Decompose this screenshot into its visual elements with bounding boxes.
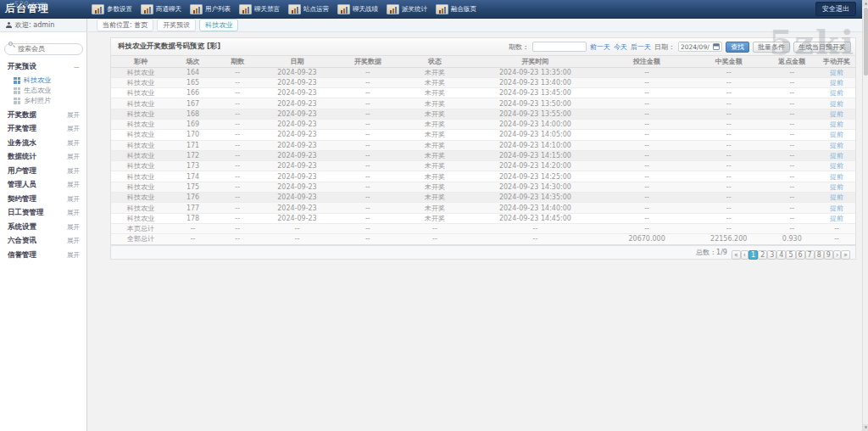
sidebar-section-11[interactable]: 信誉管理展开 bbox=[0, 249, 86, 263]
manual-draw-link[interactable]: 提前 bbox=[830, 173, 843, 181]
top-nav-item-1[interactable]: 参数设置 bbox=[92, 0, 141, 19]
table-cell: 2024-09-23 13:35:00 bbox=[468, 67, 602, 77]
sidebar-item-current[interactable]: 科技农业 bbox=[0, 76, 86, 86]
period-label: 期数： bbox=[509, 42, 529, 52]
manual-draw-link[interactable]: 提前 bbox=[830, 89, 843, 97]
top-nav-item-5[interactable]: 站点运营 bbox=[288, 0, 337, 19]
sidebar-section-6[interactable]: 管理人员展开 bbox=[0, 178, 86, 193]
table-cell: 2024-09-23 14:15:00 bbox=[468, 150, 602, 160]
table-cell: -- bbox=[602, 161, 691, 171]
generate-today-button[interactable]: 生成当日预开奖 bbox=[793, 42, 851, 53]
sidebar-section-7[interactable]: 契约管理展开 bbox=[0, 193, 86, 207]
top-nav-item-7[interactable]: 派奖统计 bbox=[387, 0, 436, 19]
table-cell: 172 bbox=[170, 150, 215, 160]
last-page-button[interactable]: » bbox=[841, 250, 850, 260]
sidebar-section-9[interactable]: 系统设置展开 bbox=[0, 221, 86, 235]
top-nav-item-4[interactable]: 聊天禁言 bbox=[239, 0, 288, 19]
table-cell: -- bbox=[334, 171, 401, 182]
vertical-scrollbar[interactable]: ▲ ▼ bbox=[862, 0, 868, 431]
filter-toolbar: 期数： 前一天 今天 后一天 日期： 2024/09/ 查找 批量条件 生成当日… bbox=[509, 42, 851, 53]
table-cell: 2024-09-23 13:40:00 bbox=[468, 77, 602, 87]
sidebar-section-4[interactable]: 数据统计展开 bbox=[0, 150, 86, 165]
page-button-6[interactable]: 6 bbox=[796, 250, 805, 260]
calendar-icon[interactable] bbox=[713, 43, 720, 50]
table-cell: -- bbox=[602, 130, 691, 140]
manual-draw-link[interactable]: 提前 bbox=[830, 215, 843, 222]
page-button-3[interactable]: 3 bbox=[767, 250, 776, 260]
section-label: 开奖管理 bbox=[8, 124, 36, 134]
search-button[interactable]: 查找 bbox=[726, 42, 749, 53]
table-cell: 科技农业 bbox=[111, 77, 170, 87]
date-input[interactable]: 2024/09/ bbox=[678, 42, 722, 52]
sidebar-section-2[interactable]: 开奖管理展开 bbox=[0, 122, 86, 137]
manual-draw-link[interactable]: 提前 bbox=[830, 131, 843, 138]
table-cell: -- bbox=[334, 150, 401, 160]
manual-draw-link[interactable]: 提前 bbox=[830, 142, 843, 149]
section-label: 日工资管理 bbox=[8, 208, 44, 218]
member-search-input[interactable] bbox=[4, 43, 83, 55]
logout-button[interactable]: 安全退出 bbox=[815, 2, 856, 16]
table-cell: 2024-09-23 bbox=[260, 150, 335, 160]
summary-cell: -- bbox=[215, 234, 260, 244]
breadcrumb-item-current[interactable]: 科技农业 bbox=[199, 19, 238, 31]
manual-draw-link[interactable]: 提前 bbox=[830, 79, 843, 87]
page-button-4[interactable]: 4 bbox=[776, 250, 786, 260]
page-button-2[interactable]: 2 bbox=[758, 250, 767, 260]
table-cell: -- bbox=[692, 140, 766, 150]
top-nav-item-8[interactable]: 融合版页 bbox=[436, 0, 485, 19]
next-page-button[interactable]: › bbox=[833, 250, 841, 260]
section-label: 开奖预设 bbox=[8, 62, 36, 72]
manual-draw-link[interactable]: 提前 bbox=[830, 110, 843, 118]
breadcrumb-location: 当前位置: 首页 bbox=[97, 19, 153, 31]
prev-day-link[interactable]: 前一天 bbox=[590, 42, 610, 52]
sidebar-section-10[interactable]: 六合资讯展开 bbox=[0, 234, 86, 249]
manual-draw-link[interactable]: 提前 bbox=[830, 193, 843, 201]
column-header: 期数 bbox=[215, 56, 260, 67]
sidebar-section-8[interactable]: 日工资管理展开 bbox=[0, 206, 86, 221]
first-page-button[interactable]: « bbox=[732, 250, 741, 260]
scroll-up-arrow[interactable]: ▲ bbox=[863, 0, 868, 7]
page-button-1[interactable]: 1 bbox=[748, 250, 758, 260]
sidebar-section-5[interactable]: 用户管理展开 bbox=[0, 165, 86, 179]
table-row: 科技农业174--2024-09-23--未开奖2024-09-23 14:25… bbox=[111, 171, 855, 182]
sidebar-section-1[interactable]: 开奖数据展开 bbox=[0, 109, 86, 123]
manual-draw-link[interactable]: 提前 bbox=[830, 183, 843, 191]
section-label: 管理人员 bbox=[8, 180, 36, 190]
page-button-8[interactable]: 8 bbox=[815, 250, 824, 260]
collapse-icon[interactable]: − bbox=[73, 63, 80, 71]
expand-label: 展开 bbox=[67, 167, 80, 176]
table-cell: 提前 bbox=[818, 140, 855, 150]
page-button-9[interactable]: 9 bbox=[824, 250, 833, 260]
top-nav-item-2[interactable]: 商通聊天 bbox=[141, 0, 190, 19]
table-cell: 2024-09-23 13:45:00 bbox=[468, 88, 602, 98]
scroll-down-arrow[interactable]: ▼ bbox=[863, 424, 868, 431]
table-cell: -- bbox=[602, 150, 691, 160]
batch-condition-button[interactable]: 批量条件 bbox=[753, 42, 790, 53]
expand-label: 展开 bbox=[67, 139, 80, 148]
breadcrumb-item-preset[interactable]: 开奖预设 bbox=[157, 19, 196, 31]
period-input[interactable] bbox=[532, 42, 587, 52]
sidebar-section-3[interactable]: 业务流水展开 bbox=[0, 137, 86, 151]
manual-draw-link[interactable]: 提前 bbox=[830, 152, 843, 160]
manual-draw-link[interactable]: 提前 bbox=[830, 204, 843, 212]
sidebar-item-child[interactable]: 生态农业 bbox=[0, 86, 86, 96]
manual-draw-link[interactable]: 提前 bbox=[830, 162, 843, 170]
top-nav-item-6[interactable]: 聊天战绩 bbox=[337, 0, 387, 19]
table-header-row: 彩种场次期数日期开奖数据状态开奖时间投注金额中奖金额返点金额手动开奖 bbox=[111, 56, 855, 67]
prev-page-button[interactable]: ‹ bbox=[741, 250, 748, 260]
summary-row: 全部总计------------20670.00022156.2000.930-… bbox=[111, 234, 855, 244]
section-children: 科技农业生态农业乡村照片 bbox=[0, 75, 86, 109]
top-nav-item-3[interactable]: 用户列表 bbox=[190, 0, 239, 19]
manual-draw-link[interactable]: 提前 bbox=[830, 100, 843, 108]
scrollbar-thumb[interactable] bbox=[864, 8, 868, 76]
expand-label: 展开 bbox=[67, 125, 80, 133]
page-button-5[interactable]: 5 bbox=[786, 250, 795, 260]
manual-draw-link[interactable]: 提前 bbox=[830, 69, 843, 76]
page-button-7[interactable]: 7 bbox=[805, 250, 815, 260]
next-day-link[interactable]: 后一天 bbox=[631, 42, 651, 52]
today-link[interactable]: 今天 bbox=[614, 42, 627, 52]
manual-draw-link[interactable]: 提前 bbox=[830, 120, 843, 128]
sidebar-item-child[interactable]: 乡村照片 bbox=[0, 96, 86, 106]
sidebar-section-draw-preset[interactable]: 开奖预设− bbox=[0, 60, 86, 75]
table-cell: -- bbox=[766, 213, 818, 223]
